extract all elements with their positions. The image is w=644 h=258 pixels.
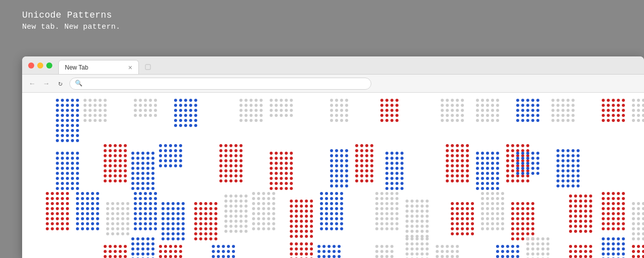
tab-close-button[interactable]: ×: [128, 63, 132, 72]
traffic-lights: [28, 62, 52, 69]
tab-label: New Tab: [65, 64, 88, 71]
app-subtitle: New tab. New pattern.: [22, 22, 120, 32]
maximize-button[interactable]: [46, 62, 52, 69]
forward-button[interactable]: →: [41, 79, 51, 89]
refresh-button[interactable]: ↻: [55, 79, 65, 89]
header-text: Unicode Patterns New tab. New pattern.: [22, 9, 120, 32]
browser-titlebar: New Tab ×: [22, 56, 644, 75]
close-button[interactable]: [28, 62, 34, 69]
pattern-canvas: [22, 93, 644, 258]
new-tab-button[interactable]: [141, 60, 155, 74]
active-tab[interactable]: New Tab ×: [58, 60, 139, 74]
tab-bar: New Tab ×: [58, 56, 638, 74]
browser-toolbar: ← → ↻ 🔍: [22, 75, 644, 93]
address-bar[interactable]: 🔍: [69, 78, 371, 90]
minimize-button[interactable]: [37, 62, 43, 69]
back-icon: ←: [30, 80, 34, 88]
back-button[interactable]: ←: [27, 79, 37, 89]
new-tab-icon: [144, 63, 151, 71]
newtab-content: [22, 93, 644, 258]
refresh-icon: ↻: [58, 79, 62, 88]
search-icon: 🔍: [75, 80, 83, 87]
forward-icon: →: [44, 80, 48, 88]
browser-window: New Tab × ← → ↻ 🔍: [22, 56, 644, 258]
svg-rect-0: [145, 64, 150, 70]
app-title: Unicode Patterns: [22, 9, 120, 22]
